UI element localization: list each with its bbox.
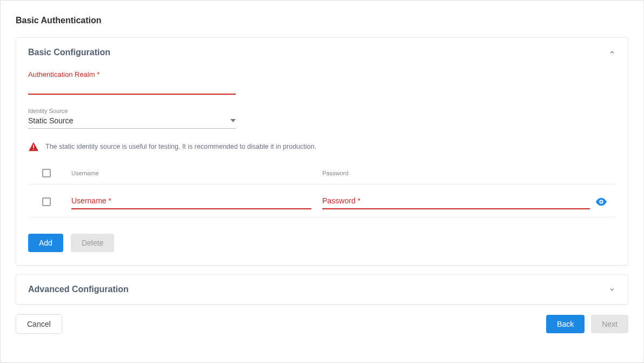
credentials-table: Username Password [28, 164, 616, 217]
add-button[interactable]: Add [28, 234, 63, 252]
footer: Cancel Back Next [16, 314, 628, 334]
advanced-config-title: Advanced Configuration [28, 285, 129, 294]
authentication-realm-input[interactable] [28, 80, 236, 95]
table-row [28, 184, 616, 217]
back-button[interactable]: Back [546, 315, 585, 333]
svg-rect-1 [33, 149, 34, 150]
identity-source-value: Static Source [28, 116, 73, 125]
advanced-configuration-card: Advanced Configuration [16, 274, 628, 305]
select-all-checkbox[interactable] [42, 169, 51, 177]
username-input[interactable] [71, 194, 311, 209]
authentication-realm-field: Authentication Realm * [28, 70, 236, 95]
identity-source-label: Identity Source [28, 108, 236, 114]
basic-config-body: Authentication Realm * Identity Source S… [16, 67, 628, 265]
warning-text: The static identity source is useful for… [45, 143, 316, 150]
warning-row: The static identity source is useful for… [28, 142, 616, 151]
row-checkbox[interactable] [42, 197, 51, 206]
eye-icon[interactable] [595, 197, 607, 206]
cancel-button[interactable]: Cancel [16, 314, 62, 334]
footer-right: Back Next [546, 315, 628, 333]
chevron-down-icon [608, 286, 616, 293]
delete-button: Delete [71, 234, 114, 252]
page-title: Basic Authentication [16, 16, 628, 25]
svg-point-3 [600, 201, 602, 203]
table-header: Username Password [28, 164, 616, 184]
advanced-config-header[interactable]: Advanced Configuration [16, 275, 628, 304]
password-input[interactable] [322, 194, 590, 209]
next-button: Next [591, 315, 628, 333]
page-container: Basic Authentication Basic Configuration… [0, 0, 644, 363]
username-cell [71, 194, 311, 209]
caret-down-icon [230, 119, 236, 122]
basic-config-title: Basic Configuration [28, 48, 110, 57]
authentication-realm-label: Authentication Realm * [28, 70, 236, 78]
identity-source-select[interactable]: Static Source [28, 115, 236, 129]
header-username: Username [71, 170, 322, 176]
chevron-up-icon [608, 49, 616, 56]
password-cell [322, 194, 616, 209]
warning-triangle-icon [28, 142, 39, 151]
basic-config-header[interactable]: Basic Configuration [16, 38, 628, 67]
table-buttons: Add Delete [28, 234, 616, 252]
row-checkbox-cell [42, 197, 71, 206]
svg-rect-0 [33, 145, 34, 148]
basic-configuration-card: Basic Configuration Authentication Realm… [16, 37, 628, 266]
header-checkbox-cell [42, 169, 71, 177]
header-password: Password [322, 170, 616, 176]
identity-source-field: Identity Source Static Source [28, 108, 236, 129]
